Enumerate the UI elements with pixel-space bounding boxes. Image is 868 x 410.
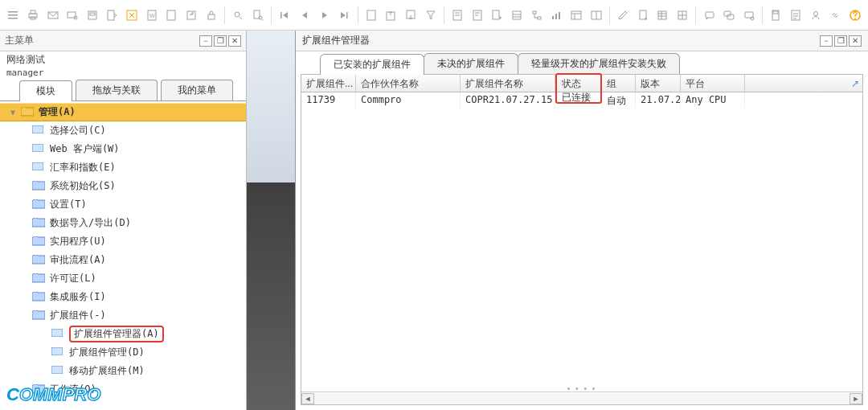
filter-icon[interactable]: [422, 6, 439, 24]
msg-icon[interactable]: [701, 6, 718, 24]
report-icon[interactable]: [788, 6, 805, 24]
col-header[interactable]: 平台: [681, 75, 745, 92]
chart-icon[interactable]: [548, 6, 565, 24]
next-icon[interactable]: [316, 6, 333, 24]
mail-icon[interactable]: [44, 6, 61, 24]
main-menu-title: 主菜单: [5, 34, 34, 47]
tree-label: Web 客户端(W): [50, 142, 120, 156]
tab-modules[interactable]: 模块: [19, 80, 72, 101]
svg-rect-15: [167, 10, 175, 20]
print-icon[interactable]: [25, 6, 42, 24]
tree-item[interactable]: 许可证(L): [0, 269, 246, 288]
edit-icon[interactable]: [615, 6, 632, 24]
tree-item[interactable]: 设置(T): [0, 195, 246, 214]
main-menu-titlebar[interactable]: 主菜单 － ❐ ✕: [0, 31, 246, 51]
tab-installed[interactable]: 已安装的扩展组件: [320, 54, 424, 75]
tree-item[interactable]: 审批流程(A): [0, 251, 246, 269]
msg3-icon[interactable]: [741, 6, 758, 24]
tab-failed[interactable]: 轻量级开发的扩展组件安装失败: [518, 53, 680, 74]
tree-root-admin[interactable]: ▼ 管理(A): [0, 103, 246, 121]
lock-icon[interactable]: [203, 6, 219, 24]
tree-item[interactable]: Web 客户端(W): [0, 140, 246, 158]
tree-label: 移动扩展组件(M): [69, 364, 145, 378]
launch-icon[interactable]: [183, 6, 200, 24]
col-header[interactable]: 合作伙伴名称: [356, 75, 461, 92]
tree-icon[interactable]: [528, 6, 545, 24]
minimize-button[interactable]: －: [820, 35, 833, 47]
scroll-track[interactable]: [314, 393, 850, 404]
doc-a-icon[interactable]: [362, 6, 379, 24]
form-b-icon[interactable]: [469, 6, 486, 24]
tree-item[interactable]: 数据导入/导出(D): [0, 214, 246, 232]
close-button[interactable]: ✕: [228, 35, 241, 47]
first-icon[interactable]: [276, 6, 293, 24]
menu-icon[interactable]: [5, 6, 22, 24]
addon-manager-window: 扩展组件管理器 － ❐ ✕ 已安装的扩展组件 未决的扩展组件 轻量级开发的扩展组…: [295, 31, 868, 410]
restore-button[interactable]: ❐: [834, 35, 847, 47]
tree-item-addons[interactable]: 扩展组件(-): [0, 306, 246, 325]
calc-icon[interactable]: [768, 6, 784, 24]
col-header[interactable]: 状态: [557, 75, 600, 89]
close-button[interactable]: ✕: [849, 35, 862, 47]
col-header[interactable]: 版本: [636, 75, 681, 92]
layout-icon[interactable]: [568, 6, 585, 24]
commpro-logo: CCOMMPROOMMPRO: [6, 384, 100, 405]
svg-rect-51: [32, 144, 43, 152]
tree-item[interactable]: 实用程序(U): [0, 232, 246, 251]
prev-icon[interactable]: [297, 6, 313, 24]
scroll-right-button[interactable]: ►: [850, 393, 862, 404]
svg-rect-21: [280, 12, 282, 18]
form-a-icon[interactable]: [449, 6, 466, 24]
minimize-button[interactable]: －: [199, 35, 212, 47]
tree-item-addon-manager[interactable]: 扩展组件管理器(A): [0, 325, 246, 343]
table-icon[interactable]: [654, 6, 671, 24]
fax-icon[interactable]: [84, 6, 101, 24]
msg2-icon[interactable]: [721, 6, 738, 24]
tab-mymenu[interactable]: 我的菜单: [161, 80, 233, 100]
col-header[interactable]: 扩展组件名称: [461, 75, 555, 92]
addon-manager-titlebar[interactable]: 扩展组件管理器 － ❐ ✕: [296, 31, 868, 51]
help-icon[interactable]: [847, 6, 864, 24]
svg-rect-40: [706, 12, 714, 18]
find-doc-icon[interactable]: [249, 6, 266, 24]
find-icon[interactable]: [230, 6, 247, 24]
tree-item[interactable]: 移动扩展组件(M): [0, 362, 246, 380]
tab-pending[interactable]: 未决的扩展组件: [424, 53, 518, 74]
new-doc-icon[interactable]: [634, 6, 651, 24]
tree-label: 汇率和指数(E): [50, 161, 116, 174]
grid-icon[interactable]: [674, 6, 691, 24]
scroll-left-button[interactable]: ◄: [301, 393, 314, 404]
export-icon[interactable]: [104, 6, 121, 24]
doc-down-icon[interactable]: [403, 6, 420, 24]
expand-icon[interactable]: ↗: [851, 78, 859, 89]
mail-attach-icon[interactable]: [64, 6, 81, 24]
col-header[interactable]: 扩展组件...: [301, 75, 356, 92]
main-menu-panel: 主菜单 － ❐ ✕ 网络测试 manager 模块 拖放与关联 我的菜单 ▼ 管…: [0, 31, 247, 410]
layout2-icon[interactable]: [588, 6, 604, 24]
cell-name: COPR21.07.27.15: [461, 92, 555, 109]
svg-point-18: [235, 12, 240, 17]
tree-item[interactable]: 集成服务(I): [0, 288, 246, 306]
tree-item[interactable]: 选择公司(C): [0, 121, 246, 140]
tab-dragdrop[interactable]: 拖放与关联: [76, 80, 158, 100]
list-icon[interactable]: [509, 6, 526, 24]
module-tree[interactable]: ▼ 管理(A) 选择公司(C) Web 客户端(W) 汇率和指数(E) 系统初始…: [0, 101, 246, 410]
user-label: manager: [0, 68, 246, 80]
col-header[interactable]: 组: [602, 75, 636, 92]
tree-item[interactable]: 汇率和指数(E): [0, 158, 246, 177]
tree-item[interactable]: 系统初始化(S): [0, 177, 246, 195]
svg-rect-23: [367, 10, 375, 20]
svg-rect-33: [555, 14, 557, 19]
restore-button[interactable]: ❐: [214, 35, 227, 47]
pdf-icon[interactable]: [163, 6, 180, 24]
svg-rect-37: [640, 10, 646, 19]
link-icon[interactable]: [827, 6, 844, 24]
form-add-icon[interactable]: [489, 6, 506, 24]
horizontal-scrollbar[interactable]: ◄ ►: [301, 392, 862, 404]
doc-up-icon[interactable]: [383, 6, 399, 24]
last-icon[interactable]: [336, 6, 353, 24]
excel-icon[interactable]: [124, 6, 141, 24]
word-icon[interactable]: W: [143, 6, 160, 24]
user-icon[interactable]: [807, 6, 824, 24]
tree-item[interactable]: 扩展组件管理(D): [0, 343, 246, 362]
